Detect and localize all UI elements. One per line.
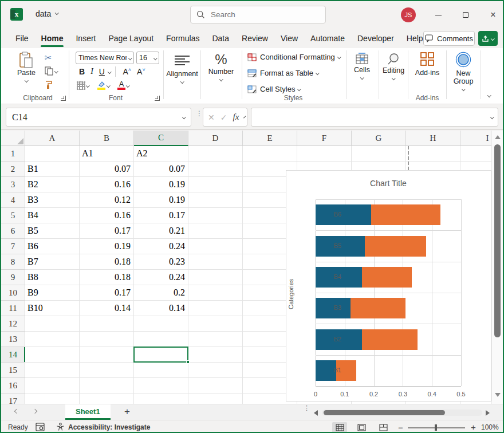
cell-B8[interactable]: 0.18 xyxy=(80,254,134,270)
document-title[interactable]: data xyxy=(36,9,51,18)
row-header-16[interactable]: 16 xyxy=(1,378,25,393)
cell-C12[interactable] xyxy=(134,316,188,332)
horizontal-scrollbar[interactable] xyxy=(322,410,482,416)
tab-file[interactable]: File xyxy=(9,32,35,45)
document-title-chevron-icon[interactable] xyxy=(55,11,58,14)
font-color-button[interactable]: A xyxy=(117,81,125,90)
horizontal-scrollbar-thumb[interactable] xyxy=(324,410,445,415)
cell-A4[interactable]: B3 xyxy=(25,192,80,208)
scroll-left-arrow-icon[interactable] xyxy=(314,410,318,416)
cell-B5[interactable]: 0.16 xyxy=(80,208,134,223)
search-box[interactable] xyxy=(190,6,326,23)
cell-A14[interactable] xyxy=(25,347,80,363)
cell-C8[interactable]: 0.23 xyxy=(134,254,188,270)
row-header-7[interactable]: 7 xyxy=(1,239,25,254)
row-header-5[interactable]: 5 xyxy=(1,208,25,223)
copy-button[interactable] xyxy=(45,66,58,76)
cell-D14[interactable] xyxy=(188,347,243,363)
scroll-up-arrow-icon[interactable] xyxy=(495,135,501,139)
cell-A8[interactable]: B7 xyxy=(25,254,80,270)
column-header-A[interactable]: A xyxy=(25,131,80,146)
borders-button[interactable] xyxy=(77,81,85,90)
chart[interactable]: Chart Title Categories B6B5B4B3B2B100.10… xyxy=(286,170,491,401)
cell-B12[interactable] xyxy=(80,316,134,332)
cell-B13[interactable] xyxy=(80,332,134,347)
bar-B4-A2[interactable] xyxy=(362,267,411,288)
new-group-button[interactable]: New Group xyxy=(448,52,478,90)
zoom-out-button[interactable]: − xyxy=(398,423,403,432)
cell-D2[interactable] xyxy=(188,162,243,177)
cut-button[interactable]: ✂ xyxy=(45,53,52,63)
cell-C4[interactable]: 0.19 xyxy=(134,192,188,208)
zoom-level[interactable]: 100% xyxy=(481,423,499,431)
column-header-F[interactable]: F xyxy=(297,131,352,146)
cell-D7[interactable] xyxy=(188,239,243,254)
underline-button[interactable]: U xyxy=(97,66,107,77)
bar-B3-A2[interactable] xyxy=(351,298,406,318)
tab-data[interactable]: Data xyxy=(206,32,235,45)
zoom-slider[interactable] xyxy=(408,427,465,428)
row-header-9[interactable]: 9 xyxy=(1,270,25,285)
italic-button[interactable]: I xyxy=(88,66,96,77)
paste-button[interactable]: Paste xyxy=(15,52,38,82)
cell-C9[interactable]: 0.24 xyxy=(134,270,188,285)
tab-formulas[interactable]: Formulas xyxy=(160,32,206,45)
cell-E1[interactable] xyxy=(243,146,297,162)
cell-I1[interactable] xyxy=(460,146,491,162)
cell-B6[interactable]: 0.17 xyxy=(80,223,134,239)
row-header-3[interactable]: 3 xyxy=(1,177,25,192)
clipboard-dialog-launcher-icon[interactable] xyxy=(61,96,66,101)
cell-B7[interactable]: 0.19 xyxy=(80,239,134,254)
cell-C17[interactable] xyxy=(134,393,188,404)
cell-A1[interactable] xyxy=(25,146,80,162)
cell-B1[interactable]: A1 xyxy=(80,146,134,162)
cell-D8[interactable] xyxy=(188,254,243,270)
row-header-14[interactable]: 14 xyxy=(1,347,25,363)
row-header-2[interactable]: 2 xyxy=(1,162,25,177)
tab-insert[interactable]: Insert xyxy=(69,32,102,45)
cell-styles-button[interactable]: Cell Styles xyxy=(247,85,301,93)
cell-A10[interactable]: B9 xyxy=(25,285,80,301)
tab-developer[interactable]: Developer xyxy=(351,32,400,45)
cell-H1[interactable] xyxy=(406,146,460,162)
next-sheet-arrow-icon[interactable] xyxy=(33,409,37,414)
bar-B5-A2[interactable] xyxy=(365,236,426,257)
tab-home[interactable]: Home xyxy=(35,32,70,45)
zoom-in-button[interactable]: + xyxy=(471,422,476,432)
addins-button[interactable]: Add-ins xyxy=(411,52,443,77)
cell-A5[interactable]: B4 xyxy=(25,208,80,223)
accessibility-status[interactable]: Accessibility: Investigate xyxy=(56,423,150,431)
cell-D4[interactable] xyxy=(188,192,243,208)
cell-C16[interactable] xyxy=(134,378,188,393)
row-header-4[interactable]: 4 xyxy=(1,192,25,208)
cell-C7[interactable]: 0.24 xyxy=(134,239,188,254)
tab-automate[interactable]: Automate xyxy=(304,32,351,45)
tab-view[interactable]: View xyxy=(274,32,304,45)
cell-A9[interactable]: B8 xyxy=(25,270,80,285)
cell-F1[interactable] xyxy=(297,146,352,162)
alignment-button[interactable]: Alignment xyxy=(166,54,198,83)
tab-review[interactable]: Review xyxy=(235,32,274,45)
row-header-10[interactable]: 10 xyxy=(1,285,25,301)
cell-G1[interactable] xyxy=(352,146,406,162)
cell-B10[interactable]: 0.17 xyxy=(80,285,134,301)
cell-B11[interactable]: 0.14 xyxy=(80,301,134,316)
conditional-formatting-button[interactable]: Conditional Formatting xyxy=(247,53,340,61)
format-as-table-button[interactable]: Format as Table xyxy=(247,69,318,77)
cell-D5[interactable] xyxy=(188,208,243,223)
column-header-C[interactable]: C xyxy=(134,131,188,146)
excel-app-icon[interactable]: x xyxy=(10,8,23,21)
cell-A15[interactable] xyxy=(25,363,80,378)
tab-page-layout[interactable]: Page Layout xyxy=(102,32,160,45)
cell-A13[interactable] xyxy=(25,332,80,347)
cell-C6[interactable]: 0.21 xyxy=(134,223,188,239)
cell-D3[interactable] xyxy=(188,177,243,192)
cell-C3[interactable]: 0.19 xyxy=(134,177,188,192)
cell-C10[interactable]: 0.2 xyxy=(134,285,188,301)
macro-record-icon[interactable] xyxy=(36,423,45,431)
editing-button[interactable]: Editing xyxy=(379,53,408,80)
scroll-right-arrow-icon[interactable] xyxy=(486,410,490,416)
select-all-corner[interactable] xyxy=(1,131,25,146)
grow-font-button[interactable]: A˄ xyxy=(120,66,133,77)
column-header-G[interactable]: G xyxy=(352,131,406,146)
